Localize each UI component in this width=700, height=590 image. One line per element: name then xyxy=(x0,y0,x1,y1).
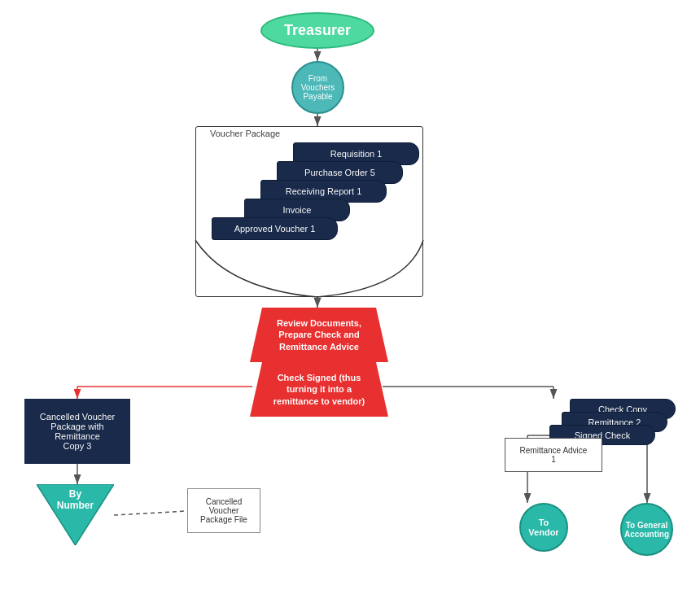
by-number-triangle: By Number xyxy=(37,484,114,545)
doc-remittance-advice-1: Remittance Advice 1 xyxy=(505,438,602,472)
doc-approved-voucher: Approved Voucher 1 xyxy=(212,217,338,240)
voucher-package-label: Voucher Package xyxy=(210,129,280,138)
check-signed-box: Check Signed (thus turning it into a rem… xyxy=(250,362,388,417)
review-documents-box: Review Documents, Prepare Check and Remi… xyxy=(250,308,388,362)
cancelled-file-box: Cancelled Voucher Package File xyxy=(187,488,260,533)
to-vendor-circle: To Vendor xyxy=(519,503,568,552)
diagram-container: Treasurer From Vouchers Payable Voucher … xyxy=(0,0,700,590)
to-general-accounting-circle: To General Accounting xyxy=(620,503,673,556)
from-vouchers-circle: From Vouchers Payable xyxy=(291,61,344,114)
cancelled-voucher-box: Cancelled Voucher Package with Remittanc… xyxy=(24,399,130,464)
treasurer-label: Treasurer xyxy=(260,12,374,49)
svg-line-11 xyxy=(114,511,186,515)
